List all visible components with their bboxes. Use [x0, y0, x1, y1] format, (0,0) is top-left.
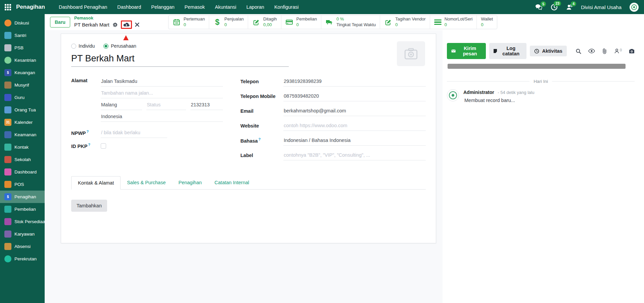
- annotation-red-box: [121, 20, 132, 29]
- send-message-button[interactable]: Kirim pesan: [447, 43, 486, 59]
- search-icon[interactable]: [576, 48, 581, 54]
- stat-button-tingkat-tepat-waktu[interactable]: 0 %Tingkat Tepat Waktu: [321, 15, 380, 29]
- sidebar-item-perekrutan[interactable]: Perekrutan: [0, 253, 45, 265]
- apps-grid-icon[interactable]: [5, 4, 11, 10]
- envelope-icon: [451, 49, 456, 53]
- breadcrumb-parent[interactable]: Pemasok: [74, 15, 139, 21]
- npwp-help-icon[interactable]: ?: [87, 130, 89, 134]
- message-body: Membuat record baru...: [463, 98, 534, 103]
- idpkp-help-icon[interactable]: ?: [88, 143, 90, 147]
- activities-badge: 23: [554, 1, 561, 6]
- website-input[interactable]: [283, 120, 426, 131]
- sidebar-item-dashboard[interactable]: Dashboard: [0, 166, 45, 178]
- menu-dashboard[interactable]: Dashboard: [112, 0, 146, 14]
- student-icon: [4, 32, 11, 39]
- sidebar-item-psb[interactable]: PSB: [0, 42, 45, 54]
- stat-button-ditagih[interactable]: Ditagih0,00: [248, 15, 281, 29]
- mentor-icon: [4, 82, 11, 89]
- gear-icon[interactable]: [112, 22, 118, 28]
- sidebar-item-stok-persediaan[interactable]: Stok Persediaan: [0, 215, 45, 228]
- idpkp-label: ID PKP?: [71, 143, 101, 149]
- telepon-mobile-label: Telepon Mobile: [240, 94, 283, 99]
- save-cloud-icon[interactable]: [123, 22, 130, 28]
- log-note-button[interactable]: Log catatan: [489, 43, 526, 59]
- sidebar-item-pos[interactable]: POS: [0, 178, 45, 191]
- sidebar-item-santri[interactable]: Santri: [0, 29, 45, 42]
- photo-upload-placeholder[interactable]: [397, 41, 425, 66]
- npwp-input[interactable]: [101, 128, 167, 138]
- stat-button-wallet[interactable]: Wallet0: [476, 15, 497, 29]
- finance-icon: $: [4, 69, 11, 76]
- sidebar-item-orang-tua[interactable]: Orang Tua: [0, 104, 45, 116]
- stat-button-penjualan[interactable]: $ Penjualan0: [209, 15, 248, 29]
- company-name[interactable]: Divisi Amal Usaha: [581, 4, 622, 10]
- sidebar-item-penagihan[interactable]: $Penagihan: [0, 191, 45, 203]
- telepon-label: Telepon: [240, 79, 283, 84]
- menu-konfigurasi[interactable]: Konfigurasi: [269, 0, 304, 14]
- idpkp-checkbox[interactable]: [101, 143, 106, 149]
- country-input[interactable]: [101, 111, 223, 122]
- sidebar-item-diskusi[interactable]: Diskusi: [0, 17, 45, 29]
- tab-catatan-internal[interactable]: Catatan Internal: [208, 176, 256, 189]
- state-input[interactable]: [146, 100, 186, 110]
- telepon-mobile-input[interactable]: [283, 91, 426, 101]
- sidebar-item-kontak[interactable]: Kontak: [0, 141, 45, 153]
- telepon-input[interactable]: [283, 76, 426, 87]
- paperclip-icon[interactable]: [602, 48, 607, 54]
- message-author[interactable]: Administrator: [463, 90, 494, 95]
- street2-input[interactable]: [101, 88, 223, 98]
- sidebar-item-keamanan[interactable]: Keamanan: [0, 129, 45, 141]
- discard-x-icon[interactable]: [135, 22, 139, 27]
- message-avatar[interactable]: [447, 89, 459, 101]
- sidebar-item-keuangan[interactable]: $Keuangan: [0, 66, 45, 79]
- stat-button-pertemuan[interactable]: Pertemuan0: [169, 15, 209, 29]
- city-input[interactable]: [101, 100, 142, 110]
- bars-icon: [434, 19, 442, 25]
- menu-pemasok[interactable]: Pemasok: [180, 0, 210, 14]
- sidebar-item-pembelian[interactable]: Pembelian: [0, 203, 45, 215]
- systray: 5 23 $ 4 Divisi Amal Usaha: [535, 3, 639, 12]
- partner-name-input[interactable]: [71, 53, 289, 67]
- stat-button-pembelian[interactable]: Pembelian0: [281, 15, 321, 29]
- teacher-icon: [4, 94, 11, 101]
- app-name[interactable]: Penagihan: [16, 4, 45, 10]
- sidebar-item-kalender[interactable]: 31Kalender: [0, 116, 45, 129]
- bahasa-help-icon[interactable]: ?: [259, 137, 261, 141]
- inventory-icon: [4, 218, 11, 225]
- sidebar-item-kesantrian[interactable]: Kesantrian: [0, 54, 45, 66]
- eye-icon[interactable]: [588, 49, 595, 53]
- menu-pelanggan[interactable]: Pelanggan: [146, 0, 179, 14]
- user-avatar[interactable]: [630, 3, 639, 12]
- street-input[interactable]: [101, 76, 223, 87]
- activities-clock-icon[interactable]: 23: [551, 4, 558, 11]
- sidebar-item-guru[interactable]: Guru: [0, 91, 45, 104]
- bahasa-input[interactable]: [283, 135, 426, 146]
- menu-laporan[interactable]: Laporan: [241, 0, 269, 14]
- radio-individu[interactable]: Individu: [71, 43, 95, 49]
- sidebar-item-karyawan[interactable]: Karyawan: [0, 228, 45, 240]
- sidebar-item-musyrif[interactable]: Musyrif: [0, 79, 45, 91]
- followers-icon[interactable]: 0: [614, 48, 622, 54]
- clock-icon: [534, 49, 539, 54]
- sidebar-item-absensi[interactable]: Absensi: [0, 240, 45, 253]
- tab-kontak-alamat[interactable]: Kontak & Alamat: [71, 176, 121, 190]
- add-contact-button[interactable]: Tambahkan: [71, 200, 107, 212]
- menu-dashboard-penagihan[interactable]: Dashboard Penagihan: [54, 0, 112, 14]
- menu-akuntansi[interactable]: Akuntansi: [210, 0, 241, 14]
- radio-perusahaan[interactable]: Perusahaan: [103, 43, 136, 49]
- label-input[interactable]: [283, 150, 426, 160]
- zip-input[interactable]: [190, 100, 223, 110]
- stat-button-tagihan-vendor[interactable]: Tagihan Vendor0: [380, 15, 429, 29]
- requests-badge: 4: [571, 1, 576, 7]
- camera-box-icon[interactable]: [629, 49, 635, 54]
- stat-button-nomorlot-seri[interactable]: NomorLot/Seri0: [430, 15, 477, 29]
- sidebar-item-sekolah[interactable]: Sekolah: [0, 153, 45, 166]
- tab-penagihan[interactable]: Penagihan: [172, 176, 208, 189]
- activity-button[interactable]: Aktivitas: [530, 46, 566, 56]
- topbar-menu: Dashboard Penagihan Dashboard Pelanggan …: [54, 0, 304, 14]
- tab-sales-purchase[interactable]: Sales & Purchase: [121, 176, 172, 189]
- sales-person-icon[interactable]: $ 4: [566, 4, 573, 10]
- new-button[interactable]: Baru: [50, 17, 70, 28]
- email-input[interactable]: [283, 106, 426, 116]
- messages-icon[interactable]: 5: [535, 4, 543, 10]
